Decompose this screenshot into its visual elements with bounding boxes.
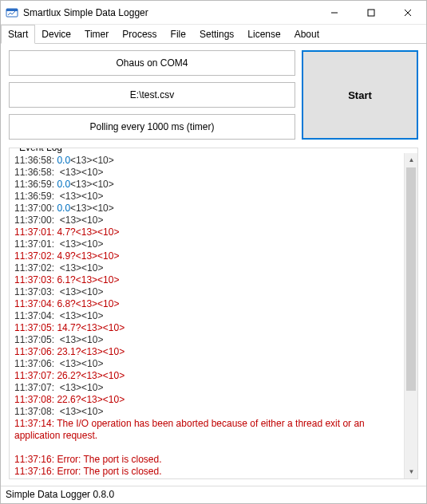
tab-license[interactable]: License (241, 25, 287, 43)
event-log-group: Event Log 11:36:58: 0.0<13><10>11:36:58:… (9, 148, 418, 479)
start-button[interactable]: Start (302, 50, 418, 140)
tab-timer[interactable]: Timer (78, 25, 116, 43)
scrollbar[interactable]: ▲ ▼ (404, 153, 417, 478)
svg-rect-3 (368, 10, 374, 16)
tab-start[interactable]: Start (1, 25, 35, 44)
status-bar: Simple Data Logger 0.8.0 (1, 486, 426, 503)
log-line: 11:36:59: 0.0<13><10> (14, 179, 399, 191)
tab-device[interactable]: Device (35, 25, 78, 43)
tab-file[interactable]: File (164, 25, 193, 43)
log-line: 11:37:00: <13><10> (14, 215, 399, 226)
titlebar: Smartlux Simple Data Logger (1, 1, 426, 25)
log-line: 11:37:03: 6.1?<13><10> (14, 274, 399, 286)
log-line: 11:37:04: 6.8?<13><10> (14, 298, 399, 310)
log-line: 11:36:58: 0.0<13><10> (14, 155, 399, 167)
log-line: 11:36:58: <13><10> (14, 167, 399, 179)
tab-panel-start: Ohaus on COM4 E:\test.csv Polling every … (1, 44, 426, 486)
log-line: 11:37:08: 22.6?<13><10> (14, 394, 399, 406)
status-text: Simple Data Logger 0.8.0 (6, 489, 114, 500)
scroll-down-icon[interactable]: ▼ (405, 465, 418, 478)
tab-settings[interactable]: Settings (193, 25, 241, 43)
scroll-up-icon[interactable]: ▲ (405, 153, 418, 167)
log-line: 11:36:59: <13><10> (14, 191, 399, 203)
svg-rect-1 (6, 9, 18, 11)
maximize-button[interactable] (353, 1, 389, 25)
event-log-title: Event Log (16, 148, 65, 153)
log-line: 11:37:02: 4.9?<13><10> (14, 250, 399, 262)
window-title: Smartlux Simple Data Logger (23, 7, 148, 18)
log-line: 11:37:08: <13><10> (14, 406, 399, 418)
log-line: 11:37:16: Error: The port is closed. (14, 466, 399, 478)
log-line: 11:37:16: Error: The port is closed. (14, 454, 399, 466)
scroll-thumb[interactable] (406, 167, 416, 391)
file-config-button[interactable]: E:\test.csv (9, 82, 295, 108)
tab-process[interactable]: Process (116, 25, 164, 43)
tab-bar: Start Device Timer Process File Settings… (1, 25, 426, 44)
log-line: 11:37:03: <13><10> (14, 286, 399, 298)
log-line: 11:37:07: <13><10> (14, 382, 399, 394)
log-line: 11:37:01: <13><10> (14, 238, 399, 250)
timer-config-button[interactable]: Polling every 1000 ms (timer) (9, 114, 295, 140)
log-line: 11:37:05: <13><10> (14, 334, 399, 346)
log-line: 11:37:07: 26.2?<13><10> (14, 370, 399, 382)
app-icon (6, 6, 18, 19)
event-log[interactable]: 11:36:58: 0.0<13><10>11:36:58: <13><10>1… (10, 153, 404, 478)
log-line: 11:37:04: <13><10> (14, 310, 399, 322)
close-button[interactable] (389, 1, 426, 25)
log-line: 11:37:05: 14.7?<13><10> (14, 322, 399, 334)
log-line: 11:37:06: <13><10> (14, 358, 399, 370)
tab-about[interactable]: About (288, 25, 326, 43)
log-line: 11:37:00: 0.0<13><10> (14, 203, 399, 215)
log-line: 11:37:02: <13><10> (14, 262, 399, 274)
log-line (14, 442, 399, 454)
log-line: 11:37:06: 23.1?<13><10> (14, 346, 399, 358)
device-config-button[interactable]: Ohaus on COM4 (9, 50, 295, 76)
log-line: 11:37:01: 4.7?<13><10> (14, 226, 399, 238)
minimize-button[interactable] (316, 1, 353, 25)
log-line: 11:37:14: The I/O operation has been abo… (14, 418, 399, 442)
